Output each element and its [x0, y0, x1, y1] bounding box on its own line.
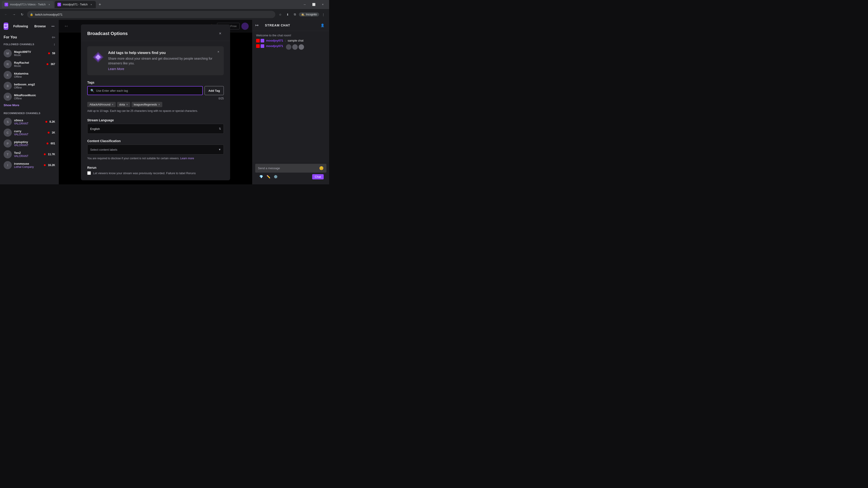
channel-name-mikarosemusic: MikaRoseMusic: [14, 94, 55, 97]
banner-learn-more-link[interactable]: Learn More: [108, 67, 124, 71]
channel-game-s0mcs: VALORANT: [14, 122, 43, 125]
tag-remove-leagueoflegeneds[interactable]: ×: [158, 103, 160, 106]
show-more-button[interactable]: Show More: [0, 102, 59, 108]
reload-button[interactable]: ↻: [19, 11, 25, 18]
stream-language-select[interactable]: English Spanish French German Japanese K…: [87, 124, 224, 134]
channel-name-curry: curry: [14, 129, 45, 133]
search-icon: 🔍: [90, 89, 94, 92]
followed-channels-header: FOLLOWED CHANNELS ↕: [0, 41, 59, 48]
channel-item-curry[interactable]: C curry VALORANT 1K: [0, 127, 59, 138]
for-you-header: For You ⇦: [0, 33, 59, 41]
live-dot-s0mcs: [45, 121, 47, 123]
chat-user-icon[interactable]: 👤: [319, 22, 326, 29]
modal-title: Broadcast Options: [87, 31, 128, 36]
channel-game-betboom: Offline: [14, 86, 55, 89]
url-bar[interactable]: 🔒 twitch.tv/moodjoy071: [27, 11, 275, 18]
minimize-button[interactable]: ─: [300, 1, 309, 8]
channel-item-tenz[interactable]: T TenZ VALORANT 11.7K: [0, 149, 59, 160]
viewers-magic899tv: 59: [52, 52, 55, 55]
tab-1[interactable]: T moodjoy071's Videos - Twitch ×: [2, 1, 54, 8]
extensions-button[interactable]: ⧉: [291, 11, 298, 18]
channel-item-magic899tv[interactable]: M Magic899TV Music 59: [0, 48, 59, 59]
maximize-button[interactable]: ⬜: [309, 1, 318, 8]
channel-info-mikarosemusic: MikaRoseMusic Offline: [14, 94, 55, 100]
channel-item-betboom[interactable]: B betboom_eng2 Offline: [0, 80, 59, 91]
rerun-label: Rerun: [87, 166, 224, 169]
tags-input[interactable]: [96, 89, 199, 92]
menu-button[interactable]: ⋮: [320, 11, 327, 18]
chat-message-text-1: sample chat: [287, 39, 303, 42]
channel-item-rayrachel[interactable]: R RayRachel Music 367: [0, 59, 59, 70]
back-button[interactable]: ←: [3, 11, 9, 18]
new-tab-button[interactable]: +: [97, 1, 103, 8]
channel-item-mikarosemusic[interactable]: M MikaRoseMusic Offline: [0, 91, 59, 102]
tab-favicon-1: T: [4, 3, 8, 6]
sidebar-header: Following Browse •••: [0, 20, 59, 33]
channel-item-ironmouse[interactable]: I ironmouse Lethal Company 16.2K: [0, 160, 59, 170]
bits-icon[interactable]: 💎: [258, 173, 264, 180]
modal-header: Broadcast Options ×: [81, 24, 230, 41]
download-button[interactable]: ⬇: [284, 11, 291, 18]
chat-send-button[interactable]: Chat: [312, 174, 324, 180]
channel-game-rayrachel: Music: [14, 64, 44, 68]
broadcast-options-modal: Broadcast Options ×: [81, 24, 230, 180]
tab-close-2[interactable]: ×: [90, 3, 93, 6]
points-icon[interactable]: ⚙️: [272, 173, 279, 180]
add-tag-button[interactable]: Add Tag: [205, 86, 224, 95]
raid-icon[interactable]: ✏️: [265, 173, 272, 180]
chat-bottom-actions: 💎 ✏️ ⚙️ Chat: [255, 173, 327, 182]
channel-avatar-kkatamina: K: [4, 71, 12, 79]
tab-2[interactable]: T moodjoy071 - Twitch ×: [55, 1, 96, 8]
nav-more-button[interactable]: •••: [51, 23, 55, 30]
channel-info-curry: curry VALORANT: [14, 129, 45, 136]
channel-avatar-tenz: T: [4, 150, 12, 158]
modal-close-button[interactable]: ×: [217, 30, 224, 37]
chat-badge-sub: [260, 39, 264, 42]
for-you-action[interactable]: ⇦: [52, 35, 55, 40]
nav-browse[interactable]: Browse: [32, 23, 48, 29]
sort-followed-button[interactable]: ↕: [54, 42, 55, 46]
tag-remove-attackallaround[interactable]: ×: [112, 103, 114, 106]
channel-info-rayrachel: RayRachel Music: [14, 61, 44, 68]
rerun-checkbox[interactable]: [87, 171, 91, 175]
live-dot-pipluptiny: [46, 142, 49, 144]
channel-item-kkatamina[interactable]: K kkatamina Offline: [0, 70, 59, 80]
tab-close-1[interactable]: ×: [48, 3, 51, 6]
window-controls: ─ ⬜ ×: [300, 1, 327, 8]
channel-item-pipluptiny[interactable]: P pipluptiny VALORANT 601: [0, 138, 59, 149]
chat-actions: 👤: [319, 22, 326, 29]
bookmark-button[interactable]: ☆: [277, 11, 283, 18]
live-dot-rayrachel: [46, 63, 49, 65]
channel-info-tenz: TenZ VALORANT: [14, 151, 41, 158]
forward-button[interactable]: →: [11, 11, 17, 18]
live-dot-ironmouse: [44, 164, 46, 166]
browser-actions: ☆ ⬇ ⧉ 🕵 Incognito ⋮: [277, 11, 327, 18]
tags-input-row: 🔍 Add Tag: [87, 86, 224, 95]
tags-input-wrapper[interactable]: 🔍: [87, 86, 203, 95]
tags-count: 0/25: [87, 97, 224, 100]
banner-icon: [92, 51, 104, 64]
channel-avatar-betboom: B: [4, 82, 12, 90]
live-dot-curry: [48, 132, 50, 133]
nav-following[interactable]: Following: [11, 23, 30, 29]
chat-welcome-message: Welcome to the chat room!: [256, 34, 326, 37]
content-classification-select[interactable]: Select content labels Mature Gambling Dr…: [87, 144, 224, 155]
channel-item-s0mcs[interactable]: S s0mcs VALORANT 8.2K: [0, 116, 59, 127]
channel-game-tenz: VALORANT: [14, 155, 41, 158]
chat-leave-icon[interactable]: ↦: [255, 23, 258, 28]
tag-chip-dota: dota ×: [117, 102, 130, 107]
channel-avatar-ironmouse: I: [4, 161, 12, 169]
banner-close-button[interactable]: ×: [216, 49, 221, 55]
channel-info-ironmouse: ironmouse Lethal Company: [14, 162, 41, 168]
live-dot-tenz: [44, 153, 46, 155]
channel-info-magic899tv: Magic899TV Music: [14, 50, 46, 57]
content-learn-more-link[interactable]: Learn more: [180, 157, 194, 160]
channel-info-betboom: betboom_eng2 Offline: [14, 83, 55, 89]
close-button[interactable]: ×: [318, 1, 327, 8]
channel-avatar-curry: C: [4, 129, 12, 137]
tag-remove-dota[interactable]: ×: [126, 103, 128, 106]
channel-name-pipluptiny: pipluptiny: [14, 140, 44, 144]
info-banner: Add tags to help viewers find you Share …: [87, 46, 224, 75]
chat-input-wrapper[interactable]: Send a message 😊: [255, 164, 327, 173]
channel-info-kkatamina: kkatamina Offline: [14, 72, 55, 78]
